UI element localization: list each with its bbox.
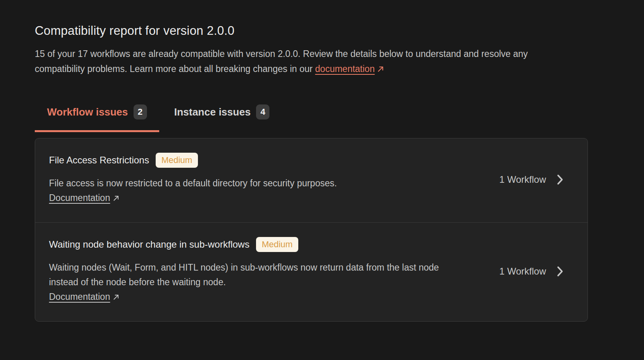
workflow-count-label: 1 Workflow — [499, 266, 546, 277]
external-link-arrow-icon — [377, 63, 385, 78]
tab-workflow-issues-label: Workflow issues — [47, 106, 128, 118]
issue-row-file-access-restrictions[interactable]: File Access Restrictions Medium File acc… — [35, 138, 588, 222]
issues-tab-bar: Workflow issues 2 Instance issues 4 — [35, 104, 644, 132]
workflow-count-label: 1 Workflow — [499, 174, 546, 185]
severity-badge: Medium — [256, 237, 298, 252]
page-title: Compatibility report for version 2.0.0 — [35, 24, 644, 38]
compatibility-report-page: Compatibility report for version 2.0.0 1… — [0, 0, 644, 322]
external-link-arrow-icon — [112, 291, 120, 305]
issue-description: File access is now restricted to a defau… — [49, 176, 440, 207]
tab-instance-issues-count-badge: 4 — [256, 104, 269, 119]
issue-title: File Access Restrictions — [49, 155, 149, 166]
tab-instance-issues-label: Instance issues — [174, 106, 251, 118]
severity-badge: Medium — [156, 153, 198, 168]
tab-workflow-issues[interactable]: Workflow issues 2 — [35, 104, 159, 132]
workflow-count-link[interactable]: 1 Workflow — [499, 174, 563, 186]
issue-content: Waiting node behavior change in sub-work… — [49, 237, 440, 305]
intro-paragraph: 15 of your 17 workflows are already comp… — [35, 47, 576, 78]
tab-instance-issues[interactable]: Instance issues 4 — [162, 104, 282, 132]
issue-title: Waiting node behavior change in sub-work… — [49, 239, 249, 250]
chevron-right-icon — [557, 174, 563, 186]
intro-text: 15 of your 17 workflows are already comp… — [35, 49, 528, 74]
workflow-issues-card: File Access Restrictions Medium File acc… — [35, 138, 588, 322]
issue-description: Waiting nodes (Wait, Form, and HITL node… — [49, 260, 440, 305]
external-link-arrow-icon — [112, 192, 120, 207]
issue-content: File Access Restrictions Medium File acc… — [49, 153, 440, 207]
issue-documentation-link[interactable]: Documentation — [49, 292, 110, 302]
documentation-link[interactable]: documentation — [315, 64, 375, 74]
tab-workflow-issues-count-badge: 2 — [134, 104, 147, 119]
issue-documentation-link[interactable]: Documentation — [49, 193, 110, 203]
issue-row-waiting-node-behavior[interactable]: Waiting node behavior change in sub-work… — [35, 222, 588, 321]
workflow-count-link[interactable]: 1 Workflow — [499, 265, 563, 277]
chevron-right-icon — [557, 265, 563, 277]
